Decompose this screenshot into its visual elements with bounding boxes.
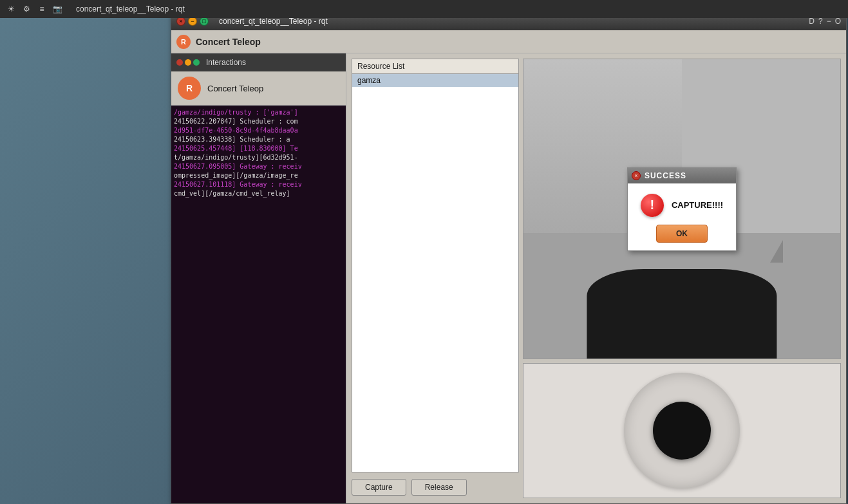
- titlebar-o-label: O: [835, 17, 841, 26]
- interactions-label: Interactions: [206, 58, 246, 67]
- layers-icon: ≡: [36, 3, 48, 15]
- titlebar-title: concert_qt_teleop__Teleop - rqt: [219, 17, 328, 26]
- resource-list-container: Resource List gamza: [352, 59, 519, 472]
- sun-icon: ☀: [5, 3, 17, 15]
- titlebar-d-label: D: [809, 17, 815, 26]
- modal-title: SUCCESS: [645, 171, 686, 180]
- system-bar-icons: ☀ ⚙ ≡ 📷: [5, 3, 63, 15]
- titlebar-help-icon[interactable]: ?: [818, 17, 823, 26]
- circular-camera: [624, 373, 740, 489]
- window-controls: [176, 59, 200, 66]
- interactions-header: Interactions: [171, 53, 346, 71]
- console-line: ompressed_image][/gamza/image_re: [174, 171, 343, 180]
- modal-overlay: × SUCCESS ! CAPTURE!!!!: [523, 59, 840, 359]
- console-line: 24150627.095005] Gateway : receiv: [174, 162, 343, 171]
- modal-message: CAPTURE!!!!: [672, 200, 723, 210]
- right-panel: Resource List gamza Capture Release: [346, 53, 846, 503]
- system-bar: ☀ ⚙ ≡ 📷 concert_qt_teleop__Teleop - rqt: [0, 0, 848, 18]
- minimize-button[interactable]: −: [188, 17, 197, 26]
- camera-main-view: × SUCCESS ! CAPTURE!!!!: [523, 59, 841, 359]
- console-line: 24150627.101118] Gateway : receiv: [174, 180, 343, 189]
- circular-inner: [653, 402, 711, 460]
- titlebar-actions: D ? − O: [809, 17, 841, 26]
- system-bar-title: concert_qt_teleop__Teleop - rqt: [76, 5, 185, 14]
- buttons-row: Capture Release: [352, 476, 519, 498]
- minimize-icon: −: [191, 18, 194, 24]
- console-line: cmd_vel][/gamza/cmd_vel_relay]: [174, 189, 343, 198]
- app-body: Interactions R Concert Teleop /gamza/ind…: [171, 53, 846, 503]
- warning-symbol: !: [650, 198, 655, 212]
- maximize-icon: □: [202, 18, 205, 24]
- console-line: /gamza/indigo/trusty : ['gamza']: [174, 108, 343, 117]
- app-window: × − □ concert_qt_teleop__Teleop - rqt D …: [171, 12, 847, 504]
- titlebar-dash-icon[interactable]: −: [827, 17, 831, 26]
- modal-warning-icon: !: [641, 194, 664, 217]
- resource-list-body: gamza: [352, 74, 519, 472]
- release-button[interactable]: Release: [411, 479, 467, 496]
- console-line: 24150623.394338] Scheduler : a: [174, 135, 343, 144]
- main-content-row: Resource List gamza Capture Release: [352, 59, 841, 498]
- camera-icon: 📷: [52, 3, 63, 15]
- close-button[interactable]: ×: [176, 17, 185, 26]
- modal-ok-button[interactable]: OK: [656, 225, 708, 243]
- console-line: t/gamza/indigo/trusty][6d32d951-: [174, 153, 343, 162]
- dot-red: [176, 59, 183, 66]
- concert-avatar: R: [178, 77, 201, 100]
- modal-body: ! CAPTURE!!!! OK: [628, 183, 736, 250]
- camera-bottom-view: [523, 363, 841, 498]
- dot-green: [193, 59, 200, 66]
- resource-item-gamza[interactable]: gamza: [352, 74, 518, 87]
- app-title: Concert Teleop: [196, 37, 261, 47]
- console-line: 24150622.207847] Scheduler : com: [174, 117, 343, 126]
- resource-column: Resource List gamza Capture Release: [352, 59, 519, 498]
- console-line: 2d951-df7e-4650-8c9d-4f4ab8daa0a: [174, 126, 343, 135]
- concert-item-label: Concert Teleop: [207, 84, 263, 93]
- modal-content-row: ! CAPTURE!!!!: [641, 194, 723, 217]
- left-panel: Interactions R Concert Teleop /gamza/ind…: [171, 53, 346, 503]
- camera-column: × SUCCESS ! CAPTURE!!!!: [523, 59, 841, 498]
- app-toolbar: R Concert Teleop: [171, 30, 846, 53]
- maximize-button[interactable]: □: [200, 17, 209, 26]
- titlebar-controls: × − □: [176, 17, 209, 26]
- modal-close-button[interactable]: ×: [632, 171, 641, 180]
- modal-titlebar: × SUCCESS: [628, 168, 736, 183]
- resource-list-header: Resource List: [352, 59, 519, 74]
- dot-yellow: [185, 59, 191, 66]
- gear-icon: ⚙: [21, 3, 32, 15]
- capture-button[interactable]: Capture: [352, 479, 406, 496]
- success-dialog: × SUCCESS ! CAPTURE!!!!: [627, 167, 737, 251]
- app-logo: R: [176, 35, 191, 49]
- console-area: /gamza/indigo/trusty : ['gamza']24150622…: [171, 106, 346, 503]
- console-line: 24150625.457448] [118.830000] Te: [174, 144, 343, 153]
- close-icon: ×: [179, 18, 182, 24]
- concert-teleop-item[interactable]: R Concert Teleop: [171, 71, 346, 106]
